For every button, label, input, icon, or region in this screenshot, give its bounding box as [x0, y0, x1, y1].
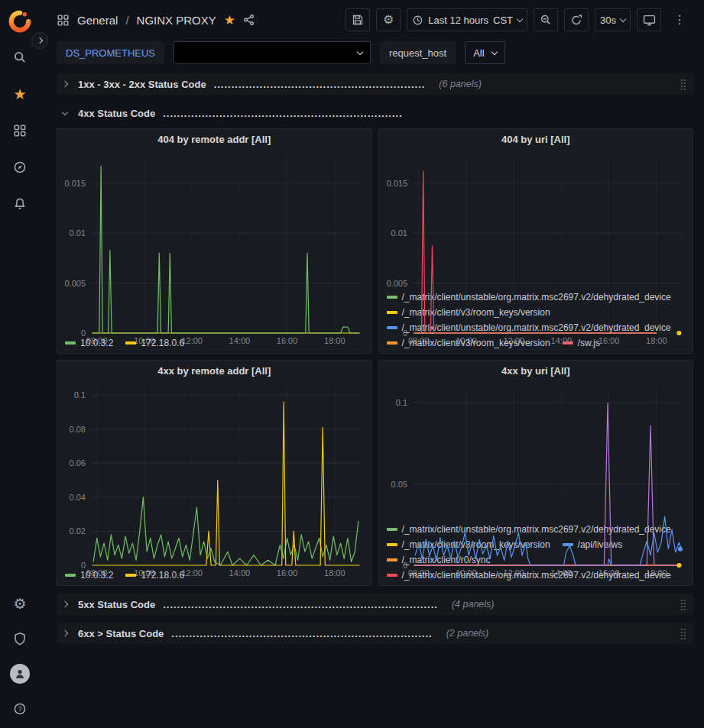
panel-title[interactable]: 4xx by remote addr [All] — [57, 361, 371, 380]
row-title-dots: ........................................… — [214, 79, 426, 90]
sidebar-item-dashboards[interactable] — [3, 118, 37, 144]
time-range-picker[interactable]: Last 12 hours CST — [407, 8, 527, 31]
panel-404-by-remote-addr: 404 by remote addr [All] 08:0010:0012:00… — [57, 128, 372, 354]
breadcrumb-folder[interactable]: General — [77, 14, 118, 27]
svg-text:12:00: 12:00 — [503, 336, 524, 345]
svg-text:0.005: 0.005 — [386, 279, 407, 288]
panel-title[interactable]: 404 by remote addr [All] — [57, 129, 371, 149]
svg-text:14:00: 14:00 — [229, 568, 251, 578]
timezone-label: CST — [493, 15, 513, 26]
drag-handle-icon[interactable]: ⣿ — [680, 78, 687, 90]
gear-icon: ⚙ — [13, 597, 26, 611]
zoom-out-icon — [540, 14, 552, 26]
toolbar: ⚙ Last 12 hours CST — [346, 8, 692, 31]
svg-text:12:00: 12:00 — [181, 336, 203, 345]
apps-grid-icon[interactable] — [57, 14, 70, 27]
svg-text:14:00: 14:00 — [550, 336, 572, 345]
svg-text:0.01: 0.01 — [391, 228, 407, 238]
kebab-icon: ⋮ — [673, 14, 686, 26]
row-title-dots: ........................................… — [163, 599, 438, 610]
avatar — [10, 664, 30, 684]
variable-request-host-label: request_host — [380, 41, 456, 64]
grafana-logo[interactable] — [5, 6, 35, 37]
sidebar-item-alerting[interactable] — [3, 191, 37, 217]
grafana-app: ★ — [0, 0, 704, 728]
sidebar-item-search[interactable] — [3, 44, 37, 70]
refresh-interval-dropdown[interactable]: 30s — [595, 8, 631, 31]
panel-4xx-by-uri: 4xx by uri [All] 08:0010:0012:0014:0016:… — [378, 360, 694, 586]
time-series-chart[interactable]: 08:0010:0012:0014:0016:0018:0000.0050.01… — [379, 149, 693, 290]
row-6xx[interactable]: 6xx > Status Code ......................… — [57, 623, 693, 644]
svg-text:0.005: 0.005 — [64, 279, 86, 288]
row-1xx-3xx-2xx[interactable]: 1xx - 3xx - 2xx Status Code ............… — [57, 73, 693, 95]
svg-text:14:00: 14:00 — [550, 568, 572, 578]
tv-view-button[interactable] — [637, 8, 661, 31]
time-series-chart[interactable]: 08:0010:0012:0014:0016:0018:0000.0050.01… — [57, 149, 371, 336]
svg-text:0.015: 0.015 — [64, 179, 86, 188]
svg-text:10:00: 10:00 — [134, 568, 155, 578]
svg-text:16:00: 16:00 — [277, 568, 298, 578]
refresh-icon — [570, 14, 582, 26]
page-title: NGINX PROXY — [137, 14, 216, 27]
svg-text:0.02: 0.02 — [70, 526, 86, 535]
help-icon: ? — [13, 702, 27, 716]
refresh-button[interactable] — [564, 8, 589, 31]
person-icon — [14, 668, 26, 680]
breadcrumb-separator: / — [125, 14, 128, 27]
svg-text:0.04: 0.04 — [70, 493, 86, 502]
share-icon[interactable] — [243, 14, 255, 26]
row-title: 4xx Status Code — [78, 108, 155, 119]
chevron-down-icon — [620, 15, 626, 21]
save-dashboard-button[interactable] — [346, 8, 370, 31]
chevron-right-icon — [37, 37, 43, 44]
favorite-star-icon[interactable]: ★ — [224, 12, 235, 28]
time-series-chart[interactable]: 08:0010:0012:0014:0016:0018:0000.020.040… — [57, 380, 371, 568]
panel-404-by-uri: 404 by uri [All] 08:0010:0012:0014:0016:… — [378, 128, 694, 354]
monitor-icon — [643, 14, 656, 27]
row-title: 6xx > Status Code — [78, 628, 164, 639]
variable-datasource-select[interactable] — [174, 41, 371, 64]
sidebar-item-help[interactable]: ? — [3, 696, 37, 722]
panel-grid: 404 by remote addr [All] 08:0010:0012:00… — [57, 128, 693, 586]
sidebar-item-profile[interactable] — [3, 661, 37, 687]
row-title-dots: ........................................… — [163, 108, 403, 119]
sidebar-item-starred[interactable]: ★ — [3, 81, 37, 107]
variable-request-host-select[interactable]: All — [465, 41, 504, 64]
svg-text:10:00: 10:00 — [456, 568, 477, 578]
submenu-bar: DS_PROMETHEUS request_host All — [40, 40, 704, 70]
top-navbar: General / NGINX PROXY ★ — [40, 0, 704, 40]
row-title: 1xx - 3xx - 2xx Status Code — [78, 79, 206, 90]
svg-text:0.05: 0.05 — [391, 480, 407, 489]
chevron-right-icon — [63, 631, 70, 636]
clock-icon — [412, 15, 423, 26]
svg-text:0: 0 — [402, 561, 407, 570]
zoom-out-button[interactable] — [534, 8, 558, 31]
breadcrumb: General / NGINX PROXY ★ — [57, 12, 255, 28]
panel-title[interactable]: 4xx by uri [All] — [379, 361, 693, 380]
svg-text:0.015: 0.015 — [386, 179, 407, 188]
row-4xx[interactable]: 4xx Status Code ........................… — [57, 102, 693, 124]
svg-text:0: 0 — [81, 561, 86, 570]
sidebar-expand-button[interactable] — [31, 32, 48, 49]
dashboards-grid-icon — [13, 124, 27, 138]
time-series-chart[interactable]: 08:0010:0012:0014:0016:0018:0000.050.1 — [379, 380, 693, 523]
sidebar-item-configuration[interactable]: ⚙ — [3, 590, 37, 616]
sidebar-item-explore[interactable] — [3, 154, 37, 180]
svg-text:08:00: 08:00 — [408, 568, 430, 578]
chevron-down-icon — [63, 112, 70, 115]
save-icon — [352, 14, 364, 26]
kebab-menu-button[interactable]: ⋮ — [667, 8, 692, 31]
dashboard-settings-button[interactable]: ⚙ — [376, 8, 401, 31]
chevron-right-icon — [63, 82, 70, 86]
row-title-dots: ........................................… — [171, 628, 432, 639]
drag-handle-icon[interactable]: ⣿ — [680, 598, 687, 610]
panel-title[interactable]: 404 by uri [All] — [379, 129, 693, 149]
shield-icon — [13, 632, 27, 645]
drag-handle-icon[interactable]: ⣿ — [680, 627, 687, 639]
panel-4xx-by-remote-addr: 4xx by remote addr [All] 08:0010:0012:00… — [57, 360, 372, 586]
chevron-down-icon — [491, 48, 497, 54]
sidebar-item-server-admin[interactable] — [3, 626, 37, 652]
svg-text:18:00: 18:00 — [324, 336, 346, 345]
row-5xx[interactable]: 5xx Status Code ........................… — [57, 594, 693, 615]
variable-datasource-label[interactable]: DS_PROMETHEUS — [57, 41, 164, 64]
